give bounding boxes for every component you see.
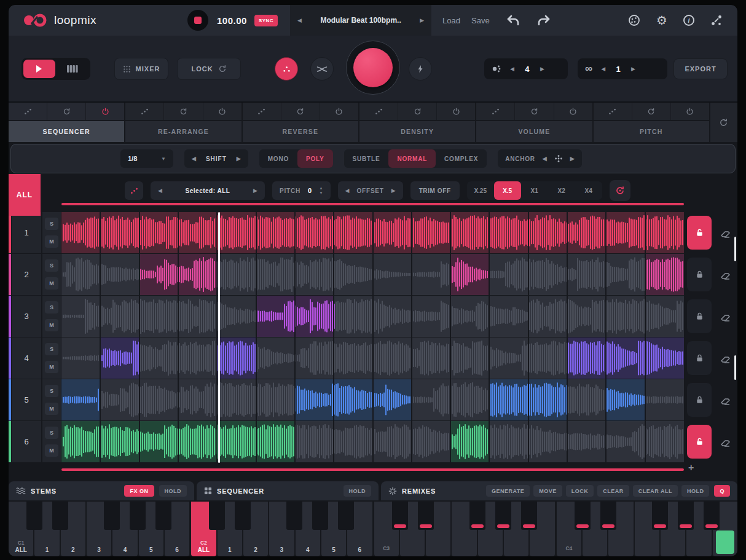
trail-dots-icon[interactable] (359, 103, 398, 120)
loops-next-button[interactable]: ▶ (631, 66, 635, 72)
solo-button[interactable]: S (45, 218, 58, 230)
key-c1-black-1[interactable] (52, 502, 68, 530)
tab-sequencer[interactable]: SEQUENCER (9, 103, 124, 142)
key-c4-black-3[interactable] (678, 502, 694, 530)
trail-dots-icon[interactable] (9, 103, 47, 120)
anchor-next-button[interactable]: ▶ (570, 156, 575, 162)
info-icon[interactable]: i (683, 15, 694, 26)
crossfade-button[interactable] (310, 57, 334, 81)
rate-dropdown[interactable]: 1/8 ▼ (120, 149, 173, 168)
key-c4-black-4[interactable] (704, 502, 720, 530)
global-lock-button[interactable]: LOCK (177, 58, 241, 80)
power-icon[interactable] (85, 103, 124, 120)
quantize-toggle[interactable]: Q (714, 485, 730, 497)
bars-prev-button[interactable]: ◀ (510, 66, 514, 72)
step-up-icon[interactable]: ▲ (319, 186, 323, 191)
track-lock-button[interactable] (687, 258, 712, 291)
voice-mono[interactable]: MONO (259, 149, 297, 168)
solo-button[interactable]: S (45, 385, 58, 397)
key-c4-black-1[interactable] (600, 502, 616, 530)
solo-button[interactable]: S (45, 343, 58, 355)
trail-dots-icon[interactable] (125, 103, 163, 120)
redo-button[interactable] (536, 14, 551, 26)
trail-dots-icon[interactable] (243, 103, 281, 120)
key-c3-black-4[interactable] (521, 502, 537, 530)
refresh-icon[interactable] (632, 103, 670, 120)
key-c1-black-4[interactable] (155, 502, 171, 530)
sync-toggle[interactable]: SYNC (254, 15, 278, 26)
remix-clear-button[interactable]: CLEAR (597, 485, 629, 497)
solo-button[interactable]: S (45, 301, 58, 314)
tab-volume[interactable]: VOLUME (476, 103, 592, 142)
preset-prev-button[interactable]: ◀ (297, 17, 302, 23)
remix-hold-button[interactable]: HOLD (681, 485, 710, 497)
power-icon[interactable] (670, 103, 709, 120)
shift-left-button[interactable]: ◀ (192, 156, 196, 162)
shift-right-button[interactable]: ▶ (237, 156, 241, 162)
trim-toggle[interactable]: TRIM OFF (410, 181, 460, 200)
trail-dots-icon[interactable] (594, 103, 632, 120)
key-c4-black-2[interactable] (652, 502, 668, 530)
offset-right-button[interactable]: ▶ (391, 187, 396, 194)
mixer-button[interactable]: MIXER (114, 58, 168, 80)
global-refresh-button[interactable] (710, 103, 737, 142)
mute-button[interactable]: M (45, 235, 58, 248)
power-icon[interactable] (436, 103, 475, 120)
sequencer-hold-toggle[interactable]: HOLD (344, 485, 372, 497)
save-button[interactable]: Save (471, 16, 490, 25)
key-c4-black-0[interactable] (575, 502, 591, 530)
track-erase-button[interactable] (717, 433, 734, 451)
export-button[interactable]: EXPORT (673, 58, 728, 79)
track-lock-button[interactable] (687, 425, 712, 459)
track-erase-button[interactable] (717, 350, 734, 367)
track-lock-button[interactable] (687, 383, 712, 417)
retrigger-button[interactable] (610, 180, 630, 201)
play-button[interactable] (23, 60, 55, 78)
refresh-icon[interactable] (281, 103, 320, 120)
power-icon[interactable] (203, 103, 241, 120)
trail-dots-button[interactable] (125, 181, 143, 200)
key-c1-black-3[interactable] (130, 502, 146, 530)
speed-x2[interactable]: X2 (548, 181, 575, 200)
key-c1-black-2[interactable] (104, 502, 120, 530)
refresh-icon[interactable] (398, 103, 436, 120)
step-down-icon[interactable]: ▼ (319, 191, 323, 195)
track-waveform-grid[interactable] (61, 212, 684, 253)
anchor-prev-button[interactable]: ◀ (543, 156, 547, 162)
speed-x4[interactable]: X4 (575, 181, 602, 200)
trail-dots-icon[interactable] (476, 103, 514, 120)
preset-next-button[interactable]: ▶ (420, 17, 424, 23)
complexity-normal[interactable]: NORMAL (388, 149, 436, 168)
key-c2-black-3[interactable] (312, 502, 328, 530)
mute-button[interactable]: M (45, 319, 58, 331)
remix-clear-all-button[interactable]: CLEAR ALL (633, 485, 678, 497)
patch-cable-icon[interactable] (710, 14, 723, 26)
power-icon[interactable] (554, 103, 592, 120)
complexity-complex[interactable]: COMPLEX (436, 149, 487, 168)
speed-x1[interactable]: X1 (521, 181, 548, 200)
stems-hold-toggle[interactable]: HOLD (159, 485, 187, 497)
instant-randomize-button[interactable] (409, 57, 432, 81)
load-button[interactable]: Load (442, 16, 460, 25)
add-button[interactable]: + (688, 462, 694, 473)
key-c2-black-4[interactable] (338, 502, 354, 530)
power-icon[interactable] (320, 103, 358, 120)
key-c1-black-0[interactable] (26, 502, 42, 530)
scrollbar-handle[interactable] (734, 237, 736, 261)
track-lock-button[interactable] (687, 341, 712, 375)
settings-gear-icon[interactable]: ⚙ (656, 14, 667, 26)
track-waveform-grid[interactable] (61, 296, 684, 337)
key-c3-black-3[interactable] (495, 502, 511, 530)
selected-prev-button[interactable]: ◀ (158, 187, 162, 194)
key-c2-black-1[interactable] (235, 502, 251, 530)
mute-button[interactable]: M (45, 277, 58, 290)
track-lock-button[interactable] (687, 216, 712, 250)
refresh-icon[interactable] (514, 103, 553, 120)
track-erase-button[interactable] (717, 266, 734, 283)
track-waveform-grid[interactable] (61, 254, 684, 295)
track-lock-button[interactable] (687, 299, 712, 333)
voice-poly[interactable]: POLY (297, 149, 333, 168)
tab-pitch[interactable]: PITCH (594, 103, 709, 142)
random-amount-knob[interactable] (275, 57, 298, 81)
solo-button[interactable]: S (45, 427, 58, 439)
